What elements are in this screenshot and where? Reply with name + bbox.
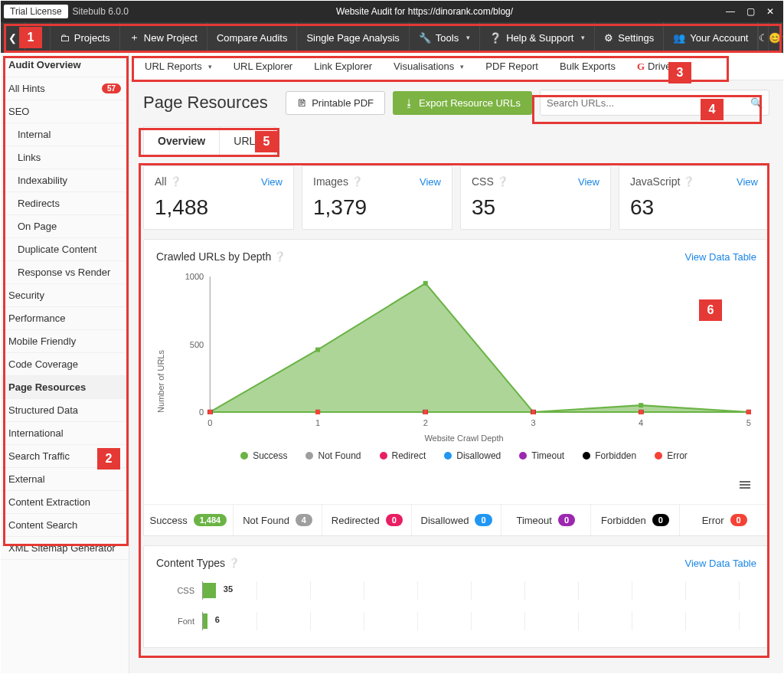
printable-pdf-button[interactable]: 🖹Printable PDF xyxy=(286,91,385,115)
bar-row: CSS35 xyxy=(156,575,756,606)
help-icon[interactable]: ❔ xyxy=(228,558,240,568)
sidebar-item[interactable]: Structured Data xyxy=(1,399,129,422)
sidebar-item[interactable]: International xyxy=(1,422,129,445)
sidebar-item[interactable]: Content Extraction xyxy=(1,491,129,514)
home-button[interactable]: ⌂ xyxy=(25,22,51,53)
svg-rect-12 xyxy=(315,348,320,352)
minimize-button[interactable]: — xyxy=(720,3,740,20)
tab-label: Link Explorer xyxy=(314,61,372,72)
view-data-table-link[interactable]: View Data Table xyxy=(685,251,756,263)
legend-color-dot xyxy=(240,452,248,460)
report-tab[interactable]: GDrive xyxy=(628,54,680,79)
help-icon[interactable]: ❔ xyxy=(351,176,363,187)
compare-audits-button[interactable]: Compare Audits xyxy=(207,22,298,53)
projects-button[interactable]: 🗀Projects xyxy=(51,22,120,53)
status-cell[interactable]: Timeout0 xyxy=(501,505,590,535)
sidebar-item[interactable]: Security xyxy=(1,284,129,307)
twitter-button[interactable]: 🐦 xyxy=(781,22,784,53)
legend-item[interactable]: Disallowed xyxy=(444,450,501,461)
status-cell[interactable]: Error0 xyxy=(679,505,769,535)
sidebar-item[interactable]: SEO xyxy=(1,100,129,123)
close-button[interactable]: ✕ xyxy=(760,3,780,20)
account-button[interactable]: 👥Your Account xyxy=(664,22,758,53)
report-tab[interactable]: URL Reports xyxy=(136,54,221,78)
sidebar-item[interactable]: Internal xyxy=(1,123,129,146)
sidebar-item-label: Content Extraction xyxy=(8,496,90,508)
status-cell[interactable]: Redirected0 xyxy=(322,505,411,535)
chart-menu-icon[interactable] xyxy=(733,476,756,493)
search-icon[interactable]: 🔍 xyxy=(750,97,763,109)
sidebar-item-label: Page Resources xyxy=(8,381,86,393)
status-cell[interactable]: Success1,484 xyxy=(144,505,233,535)
sidebar-item[interactable]: Indexability xyxy=(1,169,129,192)
dark-mode-toggle[interactable]: ☾ xyxy=(758,22,768,53)
legend-item[interactable]: Timeout xyxy=(519,450,564,461)
emoji-button[interactable]: 😊 xyxy=(768,22,781,53)
svg-text:4: 4 xyxy=(639,418,643,427)
help-icon[interactable]: ❔ xyxy=(170,176,181,187)
sidebar-item[interactable]: Duplicate Content xyxy=(1,238,129,261)
report-tab[interactable]: Visualisations xyxy=(384,54,473,78)
sidebar-item[interactable]: Response vs Render xyxy=(1,261,129,284)
sidebar-item[interactable]: Links xyxy=(1,146,129,169)
report-tab[interactable]: Link Explorer xyxy=(305,54,381,78)
sidebar-item[interactable]: Mobile Friendly xyxy=(1,330,129,353)
legend-item[interactable]: Success xyxy=(240,450,287,461)
tab-urls[interactable]: URLs xyxy=(220,127,275,155)
svg-rect-47 xyxy=(207,410,212,414)
tab-label: Drive xyxy=(648,61,671,72)
new-project-button[interactable]: ＋New Project xyxy=(120,22,207,53)
report-tab[interactable]: URL Explorer xyxy=(224,54,302,78)
export-urls-button[interactable]: ⭳Export Resource URLs xyxy=(393,91,532,115)
sidebar-item[interactable]: XML Sitemap Generator xyxy=(1,537,129,560)
sidebar-header[interactable]: Audit Overview xyxy=(1,53,129,77)
export-icon: ⭳ xyxy=(404,97,414,109)
sidebar-item[interactable]: Code Coverage xyxy=(1,353,129,376)
svg-text:0: 0 xyxy=(207,418,212,427)
report-tab[interactable]: PDF Report xyxy=(476,54,547,78)
sidebar-item[interactable]: Performance xyxy=(1,307,129,330)
sidebar-item[interactable]: All Hints57 xyxy=(1,77,129,100)
svg-rect-52 xyxy=(746,410,751,414)
back-button[interactable]: ❮ xyxy=(1,22,25,53)
status-count: 0 xyxy=(730,514,747,526)
legend-color-dot xyxy=(444,452,452,460)
search-wrapper[interactable]: 🔍 xyxy=(540,90,769,116)
sidebar-item[interactable]: Page Resources xyxy=(1,376,129,399)
view-link[interactable]: View xyxy=(261,176,283,188)
sub-tabs: Overview URLs xyxy=(143,126,276,155)
summary-card: Images ❔View1,379 xyxy=(302,165,452,230)
tools-menu[interactable]: 🔧Tools xyxy=(410,22,480,53)
tab-overview[interactable]: Overview xyxy=(144,127,220,155)
sidebar-item[interactable]: Search Traffic xyxy=(1,445,129,468)
legend-item[interactable]: Not Found xyxy=(305,450,361,461)
legend-item[interactable]: Forbidden xyxy=(583,450,636,461)
legend-item[interactable]: Error xyxy=(655,450,688,461)
sidebar-item[interactable]: External xyxy=(1,468,129,491)
status-cell[interactable]: Forbidden0 xyxy=(590,505,680,535)
maximize-button[interactable]: ▢ xyxy=(740,3,760,20)
view-link[interactable]: View xyxy=(578,176,599,188)
sidebar-item[interactable]: Redirects xyxy=(1,192,129,215)
legend-item[interactable]: Redirect xyxy=(380,450,426,461)
report-tab[interactable]: Bulk Exports xyxy=(550,54,625,78)
help-icon[interactable]: ❔ xyxy=(683,176,694,187)
help-icon[interactable]: ❔ xyxy=(274,251,286,262)
view-data-table-link[interactable]: View Data Table xyxy=(685,558,756,569)
svg-text:1: 1 xyxy=(315,418,320,427)
sidebar-item[interactable]: Content Search xyxy=(1,514,129,537)
search-input[interactable] xyxy=(547,97,750,109)
settings-button[interactable]: ⚙Settings xyxy=(595,22,664,53)
view-link[interactable]: View xyxy=(420,176,441,188)
help-menu[interactable]: ❔Help & Support xyxy=(480,22,595,53)
view-link[interactable]: View xyxy=(737,176,758,188)
sidebar-item-label: Internal xyxy=(18,129,51,140)
status-cell[interactable]: Not Found4 xyxy=(233,505,322,535)
sidebar-item[interactable]: On Page xyxy=(1,215,129,238)
help-icon[interactable]: ❔ xyxy=(497,176,508,187)
y-axis-label: Number of URLs xyxy=(156,350,165,413)
svg-rect-15 xyxy=(639,403,643,407)
bar-label: CSS xyxy=(156,586,194,595)
single-page-analysis-button[interactable]: Single Page Analysis xyxy=(297,22,409,53)
status-cell[interactable]: Disallowed0 xyxy=(411,505,501,535)
